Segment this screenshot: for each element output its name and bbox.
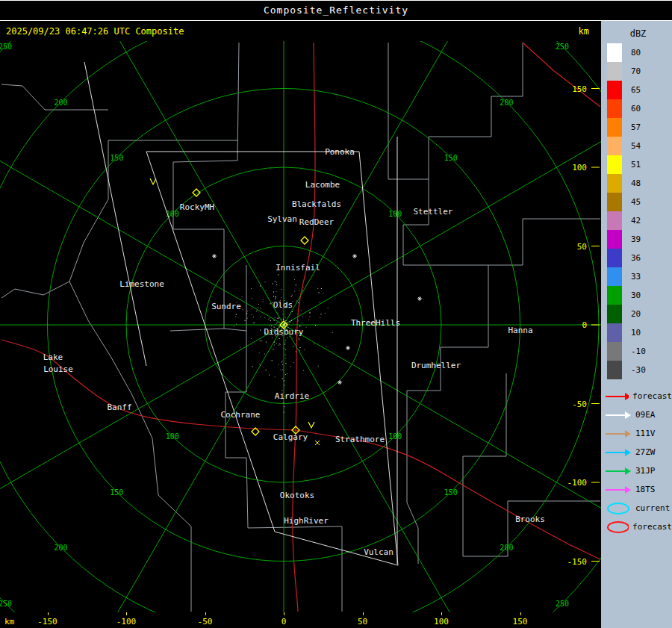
ring-distance-label: 150	[110, 488, 123, 497]
radar-echo-dot	[245, 320, 246, 321]
colorbar-level: 10	[601, 323, 672, 342]
status-bar: 2025/09/23 06:47:26 UTC Composite km	[0, 21, 601, 41]
radar-echo-dot	[289, 323, 290, 324]
colorbar-swatch	[607, 342, 622, 361]
colorbar-level: 80	[601, 43, 672, 62]
city-label: Vulcan	[364, 547, 393, 557]
radar-echo-dot	[260, 286, 261, 287]
radar-echo-dot	[287, 323, 287, 323]
radar-echo-dot	[285, 317, 286, 317]
radar-echo-dot	[261, 308, 261, 309]
radar-echo-dot	[278, 313, 279, 314]
radar-echo-dot	[279, 364, 279, 365]
radar-echo-dot	[326, 346, 327, 347]
radar-echo-dot	[270, 318, 270, 319]
radar-echo-dot	[251, 338, 252, 339]
radar-echo-dot	[276, 343, 277, 344]
radar-echo-dot	[319, 293, 320, 293]
radar-echo-dot	[275, 296, 276, 297]
legend-track-label: 18TS	[635, 485, 656, 494]
colorbar-value: 48	[631, 178, 641, 188]
colorbar-levels: 80706560575451484542393633302010-10-30	[601, 43, 672, 379]
radar-echo-dot	[278, 318, 279, 319]
colorbar-title: dBZ	[601, 21, 672, 43]
x-axis-tick-label: -100	[116, 617, 137, 627]
colorbar-swatch	[607, 62, 622, 81]
y-axis-tick-label: -150	[567, 557, 588, 567]
radar-echo-dot	[308, 320, 309, 320]
radar-viewer: Composite_Reflectivity 2025/09/23 06:47:…	[0, 0, 672, 628]
legend-track-row: 09EA	[601, 405, 672, 424]
radar-echo-dot	[275, 376, 276, 377]
radar-echo-dot	[284, 344, 285, 345]
radar-echo-dot	[278, 345, 279, 346]
radar-echo-dot	[285, 349, 286, 350]
radar-echo-dot	[276, 323, 277, 324]
y-axis-unit-label: km	[579, 26, 589, 37]
city-label: Didsbury	[264, 327, 304, 337]
radar-echo-dot	[302, 290, 303, 290]
radial-line	[284, 63, 601, 325]
colorbar-swatch	[607, 361, 622, 379]
city-label: Sundre	[211, 302, 241, 311]
radar-echo-dot	[298, 320, 299, 321]
city-label: Hanna	[508, 326, 532, 335]
ring-distance-label: 200	[55, 99, 68, 107]
wind-marker-icon	[150, 178, 156, 184]
radar-echo-dot	[281, 369, 281, 370]
radar-echo-dot	[253, 323, 254, 323]
radar-echo-dot	[282, 314, 283, 315]
colorbar-level: 39	[601, 230, 672, 249]
radar-echo-dot	[234, 326, 234, 326]
radar-echo-dot	[285, 355, 286, 355]
city-label: Sylvan	[267, 214, 297, 224]
radar-echo-dot	[285, 320, 286, 321]
x-axis-tick-mark	[441, 612, 442, 615]
star-marker-icon	[346, 346, 350, 350]
radar-echo-dot	[292, 295, 293, 296]
radar-echo-dot	[332, 332, 333, 333]
radar-echo-dot	[299, 340, 299, 341]
radar-echo-dot	[275, 324, 276, 325]
county-boundary	[173, 229, 246, 331]
colorbar-value: 36	[631, 253, 641, 263]
x-axis-tick-label: 100	[434, 617, 449, 627]
legend-ellipse-label: current	[635, 503, 670, 513]
radar-echo-dot	[323, 293, 323, 293]
legend-ellipses: current forecast	[601, 499, 672, 536]
colorbar-level: 51	[601, 155, 672, 174]
radar-echo-dot	[236, 314, 237, 315]
legend-ellipse-label: forecast	[632, 522, 672, 532]
radar-echo-dot	[284, 412, 284, 413]
radar-echo-dot	[268, 320, 269, 320]
legend-track-label: 09EA	[635, 410, 656, 420]
y-axis-tick-label: -50	[572, 400, 587, 409]
legend-track-row: 18TS	[601, 480, 672, 499]
radar-echo-dot	[284, 343, 285, 343]
radar-echo-dot	[310, 316, 311, 317]
track-arrow-icon	[605, 448, 632, 457]
city-label: Okotoks	[280, 491, 314, 500]
colorbar-swatch	[607, 193, 622, 211]
colorbar-level: -10	[601, 342, 672, 361]
city-label: Ponoka	[325, 147, 355, 157]
radar-echo-dot	[275, 317, 276, 318]
radar-echo-dot	[260, 341, 261, 341]
radar-echo-dot	[293, 323, 293, 323]
county-boundary	[1, 282, 69, 298]
radar-echo-dot	[296, 285, 296, 285]
radar-echo-dot	[302, 322, 302, 323]
radar-echo-dot	[246, 313, 247, 314]
ring-distance-label: 250	[0, 43, 12, 51]
radar-echo-dot	[290, 366, 291, 367]
star-marker-icon	[212, 254, 217, 258]
x-axis-tick-mark	[284, 612, 284, 615]
radar-echo-dot	[265, 282, 266, 282]
wind-marker-icon	[308, 422, 314, 428]
radar-echo-dot	[285, 341, 286, 341]
radar-echo-dot	[252, 298, 252, 299]
colorbar-swatch	[607, 267, 622, 286]
track-arrow-icon	[605, 467, 632, 476]
radar-echo-dot	[258, 304, 259, 305]
colorbar-value: 57	[631, 122, 641, 132]
